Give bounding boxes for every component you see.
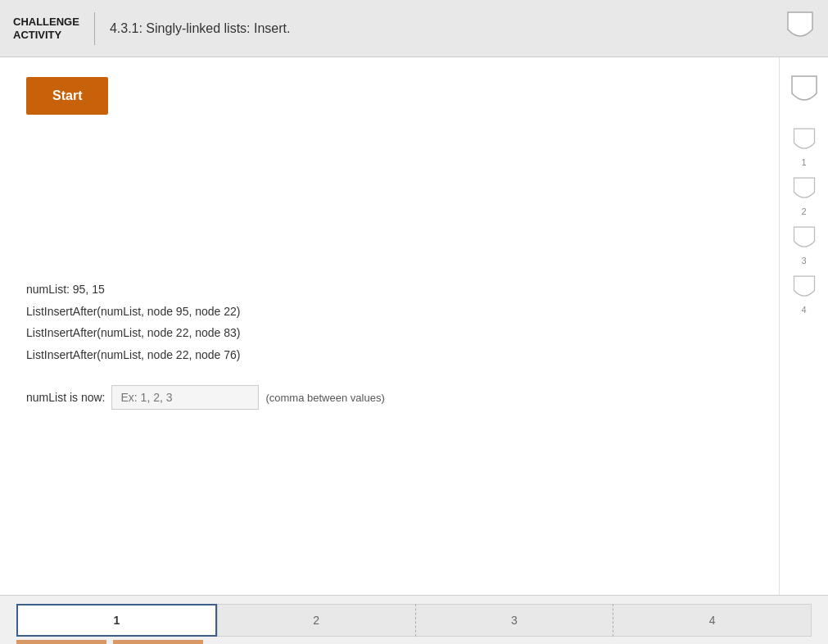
bottom-tab-3[interactable]: 3 — [415, 604, 613, 637]
start-button[interactable]: Start — [26, 77, 108, 115]
header-shield-badge — [785, 10, 815, 48]
right-sidebar: 1 2 3 4 — [779, 57, 828, 595]
bottom-tabs: 1 2 3 4 — [16, 604, 812, 637]
answer-input[interactable] — [111, 385, 259, 410]
problem-line-3: ListInsertAfter(numList, node 22, node 8… — [26, 322, 753, 344]
bottom-bar: 1 2 3 4 — [0, 595, 828, 644]
step-badge-2-num: 2 — [801, 206, 806, 216]
problem-line-2: ListInsertAfter(numList, node 95, node 2… — [26, 301, 753, 323]
step-badge-3[interactable]: 3 — [792, 224, 817, 265]
problem-area: numList: 95, 15 ListInsertAfter(numList,… — [26, 279, 753, 365]
bottom-tab-4[interactable]: 4 — [613, 604, 812, 637]
answer-row: numList is now: (comma between values) — [26, 385, 753, 410]
problem-line-1: numList: 95, 15 — [26, 279, 753, 301]
header-divider — [94, 12, 95, 45]
bottom-action-btn-2[interactable] — [113, 640, 203, 644]
answer-hint: (comma between values) — [265, 392, 384, 404]
problem-line-4: ListInsertAfter(numList, node 22, node 7… — [26, 344, 753, 366]
step-badge-1-num: 1 — [801, 157, 806, 167]
header-subtitle: 4.3.1: Singly-linked lists: Insert. — [110, 21, 291, 36]
step-badge-4-num: 4 — [801, 305, 806, 315]
step-badge-1[interactable]: 1 — [792, 126, 817, 167]
bottom-action-btn-1[interactable] — [16, 640, 106, 644]
header: CHALLENGE ACTIVITY 4.3.1: Singly-linked … — [0, 0, 828, 57]
bottom-tab-1[interactable]: 1 — [16, 604, 217, 637]
step-badge-4[interactable]: 4 — [792, 274, 817, 315]
challenge-activity-label: CHALLENGE ACTIVITY — [13, 16, 79, 41]
bottom-tab-2[interactable]: 2 — [217, 604, 415, 637]
content-area: Start numList: 95, 15 ListInsertAfter(nu… — [0, 57, 779, 595]
step-badge-3-num: 3 — [801, 256, 806, 265]
sidebar-main-shield — [790, 74, 819, 111]
bottom-action-buttons — [16, 640, 812, 644]
step-badge-2[interactable]: 2 — [792, 175, 817, 216]
answer-label: numList is now: — [26, 391, 105, 404]
main-area: Start numList: 95, 15 ListInsertAfter(nu… — [0, 57, 828, 595]
